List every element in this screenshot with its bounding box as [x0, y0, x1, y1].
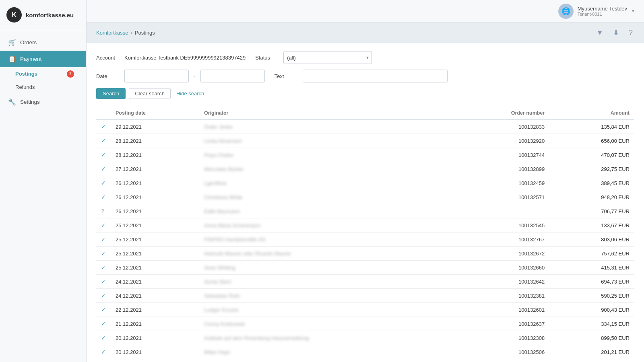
- check-icon: ✓: [101, 250, 106, 257]
- table-row[interactable]: ✓28.12.2021Priya Chelev100132744470,07 E…: [96, 148, 634, 162]
- check-icon: ✓: [101, 278, 106, 285]
- table-row[interactable]: ✓26.12.2021Lgentflow100132459389,45 EUR: [96, 176, 634, 190]
- sidebar-item-settings[interactable]: 🔧 Settings: [0, 94, 86, 110]
- account-value: Komfortkasse Testbank DE5999999999213839…: [124, 55, 246, 61]
- table-row[interactable]: ✓27.12.2021Mercedes Baxter100132899292,7…: [96, 162, 634, 176]
- row-status-icon: ✓: [96, 162, 111, 176]
- row-order-number: 100132308: [454, 331, 550, 345]
- table-row[interactable]: ✓25.12.2021Anna Maria Schertmann10013254…: [96, 218, 634, 232]
- row-status-icon: ✓: [96, 261, 111, 275]
- sidebar-item-payment-label: Payment: [20, 56, 41, 62]
- clear-search-button[interactable]: Clear search: [129, 88, 171, 99]
- user-name: Myusername Testdev: [578, 6, 627, 12]
- account-label: Account: [96, 55, 120, 61]
- table-row[interactable]: ✓26.12.2021Christiana White100132571948,…: [96, 190, 634, 204]
- table-row[interactable]: ✓25.12.2021Sean Whiting100132660415,31 E…: [96, 261, 634, 275]
- row-status-icon: ✓: [96, 176, 111, 190]
- row-originator: Order Jenks: [199, 119, 454, 134]
- postings-table: Posting date Originator Order number Amo…: [96, 107, 634, 359]
- row-order-number: 100132899: [454, 162, 550, 176]
- check-icon: ✓: [101, 321, 106, 327]
- table-row[interactable]: ✓25.12.2021FINPRO Handelsmittle AG100132…: [96, 232, 634, 247]
- table-row[interactable]: ✓20.12.2021Milan Hays100132506201,21 EUR: [96, 345, 634, 359]
- row-amount: 389,45 EUR: [549, 176, 634, 190]
- row-originator: Mercedes Baxter: [199, 162, 454, 176]
- row-date: 20.12.2021: [111, 345, 199, 359]
- breadcrumb: Komfortkasse › Postings: [96, 30, 155, 36]
- breadcrumb-bar: Komfortkasse › Postings ▼ ⬇ ?: [87, 23, 644, 43]
- check-icon: ✓: [101, 236, 106, 243]
- table-row[interactable]: ✓28.12.2021Linda Abramsen100132920656,00…: [96, 134, 634, 148]
- search-row-2: Date - Text: [96, 70, 634, 82]
- row-status-icon: ✓: [96, 331, 111, 345]
- date-to-input[interactable]: [200, 70, 265, 82]
- table-row[interactable]: ✓24.12.2021Sonia Stern100132642694,73 EU…: [96, 275, 634, 289]
- hide-search-button[interactable]: Hide search: [174, 88, 206, 99]
- row-originator: Linda Abramsen: [199, 134, 454, 148]
- row-status-icon: ✓: [96, 303, 111, 317]
- check-icon: ✓: [101, 264, 106, 271]
- table-row[interactable]: ?26.12.2021Edith Baumann706,77 EUR: [96, 204, 634, 218]
- row-originator: Institute auf dem Rosenberg Hausverwaltu…: [199, 331, 454, 345]
- user-info: Myusername Testdev Tenant-0011: [578, 6, 627, 16]
- table-row[interactable]: ✓24.12.2021Sebastian Roth100132381590,25…: [96, 289, 634, 303]
- row-date: 25.12.2021: [111, 232, 199, 247]
- logo: K komfortkasse.eu: [0, 0, 86, 30]
- row-date: 27.12.2021: [111, 162, 199, 176]
- row-date: 20.12.2021: [111, 331, 199, 345]
- row-status-icon: ✓: [96, 289, 111, 303]
- table-row[interactable]: ✓20.12.2021Institute auf dem Rosenberg H…: [96, 331, 634, 345]
- row-date: 26.12.2021: [111, 204, 199, 218]
- table-row[interactable]: ✓29.12.2021Order Jenks100132833135,84 EU…: [96, 119, 634, 134]
- download-button[interactable]: ⬇: [611, 27, 621, 39]
- text-label: Text: [275, 73, 299, 79]
- row-status-icon: ✓: [96, 148, 111, 162]
- cart-icon: 🛒: [8, 39, 16, 46]
- check-icon: ✓: [101, 138, 106, 144]
- row-originator: Anna Maria Schertmann: [199, 218, 454, 232]
- table-row[interactable]: ✓25.12.2021Helmuth Maurer oder Ricardo M…: [96, 247, 634, 261]
- row-date: 21.12.2021: [111, 317, 199, 331]
- user-menu[interactable]: 🌐 Myusername Testdev Tenant-0011 ▾: [558, 4, 634, 19]
- date-from-input[interactable]: [124, 70, 189, 82]
- row-date: 24.12.2021: [111, 275, 199, 289]
- sidebar-nav: 🛒 Orders 📋 Payment Postings 2 Refunds 🔧 …: [0, 30, 86, 362]
- row-order-number: 100132545: [454, 218, 550, 232]
- row-originator: Helmuth Maurer oder Ricardo Maurer: [199, 247, 454, 261]
- col-amount: Amount: [549, 107, 634, 119]
- filter-button[interactable]: ▼: [594, 27, 605, 39]
- row-status-icon: ✓: [96, 275, 111, 289]
- row-status-icon: ✓: [96, 134, 111, 148]
- check-icon: ✓: [101, 166, 106, 172]
- breadcrumb-root[interactable]: Komfortkasse: [96, 30, 128, 36]
- row-status-icon: ✓: [96, 232, 111, 247]
- payment-icon: 📋: [8, 55, 16, 63]
- row-amount: 706,77 EUR: [549, 204, 634, 218]
- row-amount: 694,73 EUR: [549, 275, 634, 289]
- sidebar-item-payment[interactable]: 📋 Payment: [0, 51, 86, 67]
- check-icon: ✓: [101, 222, 106, 228]
- row-order-number: 100132459: [454, 176, 550, 190]
- help-button[interactable]: ?: [627, 27, 634, 39]
- sidebar-item-orders[interactable]: 🛒 Orders: [0, 34, 86, 51]
- date-separator: -: [194, 73, 196, 79]
- table-row[interactable]: ✓22.12.2021Ludger Kruuse100132601900,43 …: [96, 303, 634, 317]
- status-label: Status: [255, 55, 279, 61]
- row-amount: 900,43 EUR: [549, 303, 634, 317]
- search-row-1: Account Komfortkasse Testbank DE59999999…: [96, 51, 634, 64]
- row-amount: 899,50 EUR: [549, 331, 634, 345]
- sidebar-item-postings[interactable]: Postings 2: [0, 67, 86, 80]
- check-icon: ✓: [101, 349, 106, 355]
- status-select-wrapper: (all) Matched Unmatched Pending ▾: [283, 51, 372, 64]
- logo-text: komfortkasse.eu: [26, 12, 74, 19]
- check-icon: ✓: [101, 180, 106, 186]
- settings-icon: 🔧: [8, 98, 16, 106]
- row-order-number: [454, 204, 550, 218]
- sidebar-item-refunds[interactable]: Refunds: [0, 80, 86, 94]
- status-select[interactable]: (all) Matched Unmatched Pending: [283, 51, 372, 64]
- row-date: 24.12.2021: [111, 289, 199, 303]
- text-input[interactable]: [303, 70, 448, 82]
- search-button[interactable]: Search: [96, 88, 126, 99]
- table-row[interactable]: ✓21.12.2021Conny Krebowski100132637334,1…: [96, 317, 634, 331]
- row-originator: Christiana White: [199, 190, 454, 204]
